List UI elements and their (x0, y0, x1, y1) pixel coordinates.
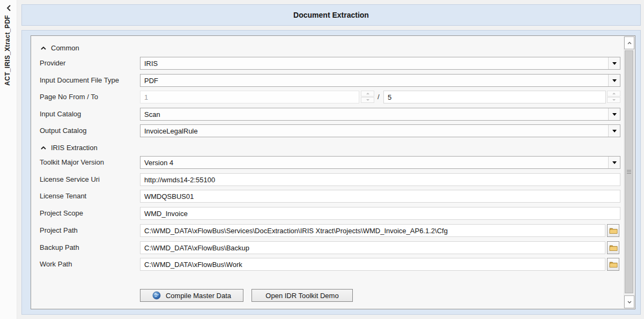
toolkit-version-label: Toolkit Major Version (40, 156, 104, 169)
chevron-up-icon (627, 42, 632, 44)
scroll-down-button[interactable] (624, 295, 634, 308)
dropdown-arrow-button[interactable] (608, 108, 620, 120)
output-catalog-combobox[interactable]: InvoiceLegalRule (140, 124, 620, 137)
row-input-doc-type: Input Document File Type PDF (31, 74, 635, 87)
provider-label: Provider (40, 57, 65, 70)
chevron-up-icon[interactable] (40, 145, 47, 151)
input-catalog-label: Input Catalog (40, 108, 81, 121)
stepper-up-button[interactable] (607, 91, 620, 97)
dropdown-arrow-button[interactable] (608, 57, 620, 69)
row-input-catalog: Input Catalog Scan (31, 108, 635, 121)
license-tenant-label: License Tenant (40, 190, 86, 203)
row-project-scope: Project Scope (31, 207, 635, 220)
backup-path-input[interactable] (140, 241, 605, 254)
provider-value: IRIS (140, 60, 608, 68)
form-panel: Common Provider IRIS Input Document File… (31, 35, 635, 309)
compile-master-data-label: Compile Master Data (166, 292, 231, 300)
outer-panel: Common Provider IRIS Input Document File… (21, 30, 641, 315)
triangle-down-icon (612, 113, 617, 116)
row-work-path: Work Path (31, 258, 635, 271)
dropdown-arrow-button[interactable] (608, 75, 620, 86)
page-no-to-stepper (607, 91, 620, 103)
folder-icon (609, 244, 618, 251)
section-iris-extraction: IRIS Extraction (31, 143, 635, 153)
output-catalog-label: Output Catalog (40, 124, 86, 137)
work-path-browse-button[interactable] (607, 258, 619, 271)
left-tab-strip: ACT_IRIS_Xtract_PDF (0, 0, 17, 319)
row-output-catalog: Output Catalog InvoiceLegalRule (31, 124, 635, 137)
input-catalog-value: Scan (140, 110, 608, 118)
triangle-down-icon (612, 161, 617, 164)
page-title: Document Extraction (293, 11, 369, 19)
row-actions: Compile Master Data Open IDR Toolkit Dem… (31, 289, 635, 302)
toolkit-version-combobox[interactable]: Version 4 (140, 156, 620, 169)
toolkit-version-value: Version 4 (140, 159, 608, 167)
backup-path-browse-button[interactable] (607, 241, 619, 254)
triangle-down-icon (612, 79, 617, 82)
folder-icon (609, 227, 618, 234)
input-doc-type-label: Input Document File Type (40, 74, 119, 87)
triangle-down-icon (366, 99, 369, 101)
folder-icon (609, 261, 618, 268)
output-catalog-value: InvoiceLegalRule (140, 127, 608, 135)
compile-master-data-button[interactable]: Compile Master Data (140, 289, 243, 302)
header-bar: Document Extraction (21, 4, 641, 26)
project-path-browse-button[interactable] (607, 224, 619, 237)
chevron-down-icon (627, 301, 632, 303)
open-idr-toolkit-demo-label: Open IDR Toolkit Demo (265, 292, 338, 300)
page-no-label: Page No From / To (40, 91, 98, 103)
row-backup-path: Backup Path (31, 241, 635, 254)
compile-globe-icon (152, 291, 161, 300)
triangle-down-icon (612, 99, 616, 101)
license-uri-label: License Service Uri (40, 173, 100, 186)
section-common-label: Common (51, 43, 79, 53)
triangle-down-icon (612, 130, 617, 132)
open-idr-toolkit-demo-button[interactable]: Open IDR Toolkit Demo (251, 289, 353, 302)
license-tenant-input[interactable] (140, 190, 620, 203)
row-project-path: Project Path (31, 224, 635, 237)
section-common: Common (31, 43, 635, 53)
input-catalog-combobox[interactable]: Scan (140, 108, 620, 121)
page-no-from-stepper (361, 91, 374, 103)
license-uri-input[interactable] (140, 173, 620, 186)
row-license-tenant: License Tenant (31, 190, 635, 203)
row-toolkit-version: Toolkit Major Version Version 4 (31, 156, 635, 169)
scroll-up-button[interactable] (624, 36, 634, 49)
input-doc-type-combobox[interactable]: PDF (140, 74, 620, 87)
input-doc-type-value: PDF (140, 77, 608, 85)
backup-path-label: Backup Path (40, 241, 79, 254)
row-page-no: Page No From / To / (31, 91, 635, 103)
grip-icon (627, 170, 631, 174)
triangle-up-icon (366, 93, 369, 94)
chevron-up-icon[interactable] (40, 45, 47, 51)
page-no-from-input[interactable] (140, 91, 359, 103)
project-path-label: Project Path (40, 224, 78, 237)
project-scope-input[interactable] (140, 207, 620, 220)
dropdown-arrow-button[interactable] (608, 157, 620, 168)
page-no-separator: / (377, 91, 380, 103)
stepper-up-button[interactable] (361, 91, 374, 97)
work-path-input[interactable] (140, 258, 605, 271)
chevron-left-icon[interactable] (5, 4, 12, 12)
project-scope-label: Project Scope (40, 207, 83, 220)
stepper-down-button[interactable] (607, 97, 620, 103)
scrollbar-thumb[interactable] (625, 50, 633, 293)
stepper-down-button[interactable] (361, 97, 374, 103)
section-iris-extraction-label: IRIS Extraction (51, 143, 98, 153)
row-license-uri: License Service Uri (31, 173, 635, 186)
triangle-down-icon (612, 62, 617, 65)
work-path-label: Work Path (40, 258, 72, 271)
project-path-input[interactable] (140, 224, 605, 237)
triangle-up-icon (612, 93, 616, 94)
dropdown-arrow-button[interactable] (608, 125, 620, 137)
page-no-to-input[interactable] (383, 91, 606, 103)
row-provider: Provider IRIS (31, 57, 635, 70)
provider-combobox[interactable]: IRIS (140, 57, 620, 70)
vertical-scrollbar[interactable] (624, 36, 634, 308)
sidebar-tab-act-iris-xtract-pdf[interactable]: ACT_IRIS_Xtract_PDF (4, 15, 11, 86)
